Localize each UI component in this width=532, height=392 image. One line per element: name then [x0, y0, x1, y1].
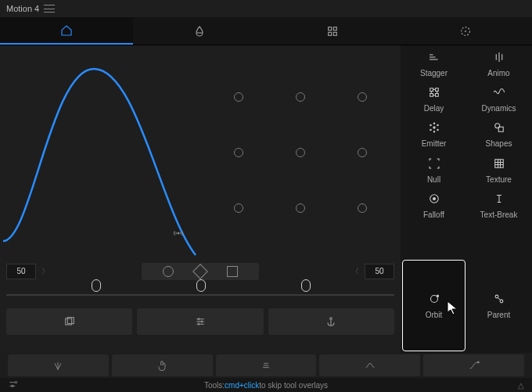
- svg-point-13: [437, 125, 438, 127]
- text-break-tool[interactable]: Text-Break: [467, 189, 530, 222]
- tool-label: Texture: [486, 175, 512, 184]
- animo-tool[interactable]: Animo: [467, 47, 530, 81]
- svg-point-11: [433, 127, 434, 128]
- svg-point-6: [178, 232, 179, 234]
- bottom-toolbar: [0, 353, 532, 378]
- parent-tool[interactable]: Parent: [467, 260, 530, 351]
- svg-rect-3: [333, 32, 336, 35]
- anchor-bot-left[interactable]: [234, 203, 243, 213]
- svg-point-31: [15, 382, 16, 383]
- tool-label: Shapes: [486, 139, 512, 148]
- hint-prefix: Tools:: [204, 381, 225, 390]
- blend-tab[interactable]: [133, 17, 266, 45]
- mid-controls: 50 〉 〈 50: [0, 258, 401, 336]
- collapse-icon[interactable]: △: [518, 381, 524, 390]
- stagger-tool[interactable]: Stagger: [402, 47, 466, 81]
- shape-selector: [142, 263, 259, 280]
- shape-circle[interactable]: [163, 266, 174, 277]
- tool-label: Parent: [487, 311, 510, 319]
- anchor-grid-panel: [200, 45, 401, 259]
- grid-tab[interactable]: [266, 17, 399, 45]
- null-tool[interactable]: Null: [402, 153, 466, 187]
- svg-point-18: [494, 124, 499, 128]
- anchor-mid-left[interactable]: [234, 148, 243, 157]
- app-title: Motion 4: [6, 4, 39, 13]
- anchor-top-left[interactable]: [234, 92, 243, 102]
- tool-label: Delay: [424, 104, 444, 113]
- svg-point-26: [500, 300, 503, 303]
- menu-icon[interactable]: [44, 5, 55, 13]
- hint-suffix: to skip tool overlays: [259, 381, 328, 390]
- target-tab[interactable]: [399, 17, 532, 45]
- left-value-input[interactable]: 50: [6, 264, 36, 279]
- path-button[interactable]: [423, 354, 524, 376]
- svg-rect-10: [435, 94, 438, 97]
- tool-label: Dynamics: [482, 104, 516, 113]
- svg-rect-0: [329, 27, 332, 30]
- svg-rect-1: [333, 27, 336, 30]
- tool-label: Stagger: [420, 69, 448, 77]
- shape-square[interactable]: [227, 266, 238, 277]
- broadcast-icon[interactable]: [171, 226, 185, 240]
- slider-thumb-2[interactable]: [196, 279, 206, 292]
- svg-rect-9: [430, 94, 433, 97]
- easing-curve[interactable]: [0, 45, 200, 257]
- right-value-input[interactable]: 50: [365, 264, 394, 279]
- tool-label: Text-Break: [480, 210, 518, 219]
- shapes-tool[interactable]: Shapes: [467, 117, 530, 151]
- shape-diamond[interactable]: [192, 264, 208, 279]
- flow-button[interactable]: [319, 354, 420, 376]
- easing-graph-panel: [0, 45, 200, 259]
- tool-label: Null: [427, 175, 440, 184]
- fan-button[interactable]: [8, 354, 109, 376]
- svg-point-15: [437, 130, 438, 131]
- touch-button[interactable]: [112, 354, 213, 376]
- tool-palette-ext: Orbit Parent: [401, 258, 532, 353]
- svg-point-17: [433, 131, 435, 133]
- dynamics-tool[interactable]: Dynamics: [467, 82, 530, 116]
- tool-label: Falloff: [423, 210, 444, 219]
- left-value-inc[interactable]: 〉: [41, 265, 50, 278]
- right-value-dec[interactable]: 〈: [350, 265, 360, 278]
- svg-point-25: [495, 295, 498, 298]
- emitter-tool[interactable]: Emitter: [402, 117, 466, 151]
- anchor-mid-right[interactable]: [358, 148, 367, 157]
- anchor-mid-center[interactable]: [296, 148, 305, 157]
- anchor-button[interactable]: [268, 308, 394, 335]
- svg-rect-20: [494, 159, 503, 167]
- anchor-bot-center[interactable]: [296, 203, 305, 213]
- tool-palette: Stagger Animo Delay Dynamics Emitter Sha…: [401, 45, 532, 259]
- svg-point-30: [477, 361, 479, 363]
- svg-point-12: [430, 125, 431, 127]
- title-bar: Motion 4: [0, 0, 532, 17]
- texture-tool[interactable]: Texture: [467, 153, 530, 187]
- slider-thumb-3[interactable]: [301, 279, 311, 292]
- distribute-button[interactable]: [137, 308, 263, 335]
- tool-label: Orbit: [426, 311, 443, 319]
- svg-point-5: [465, 31, 466, 32]
- triple-slider[interactable]: [6, 285, 394, 305]
- svg-point-16: [433, 123, 435, 124]
- orbit-tool[interactable]: Orbit: [402, 260, 466, 351]
- slider-thumb-1[interactable]: [92, 279, 101, 292]
- settings-icon[interactable]: [8, 379, 19, 391]
- tool-label: Animo: [487, 69, 509, 77]
- svg-point-14: [430, 130, 431, 131]
- svg-point-29: [330, 318, 332, 320]
- tool-label: Emitter: [422, 139, 447, 148]
- svg-rect-2: [329, 32, 332, 35]
- delay-tool[interactable]: Delay: [402, 82, 466, 116]
- home-tab[interactable]: [0, 17, 133, 45]
- anchor-bot-right[interactable]: [358, 203, 367, 213]
- anchor-top-center[interactable]: [296, 92, 305, 102]
- layers-button[interactable]: [6, 308, 132, 335]
- anchor-top-right[interactable]: [358, 92, 367, 102]
- stack-button[interactable]: [216, 354, 317, 376]
- svg-point-22: [433, 197, 435, 200]
- svg-rect-8: [435, 88, 438, 92]
- svg-rect-7: [430, 88, 433, 92]
- top-tabs: [0, 17, 532, 45]
- svg-point-24: [437, 295, 438, 297]
- footer-hint: Tools: cmd+click to skip tool overlays △: [0, 378, 532, 392]
- falloff-tool[interactable]: Falloff: [402, 189, 466, 222]
